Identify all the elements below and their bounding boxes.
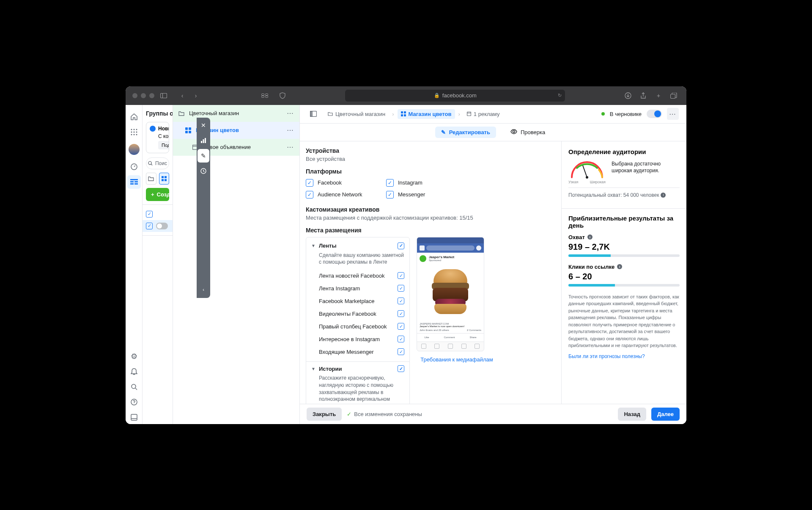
platform-facebook[interactable]: ✓Facebook: [306, 179, 378, 187]
chart-icon[interactable]: [197, 133, 210, 148]
placement-item[interactable]: Лента Instagram✓: [311, 282, 404, 295]
platform-messenger[interactable]: ✓Messenger: [386, 191, 458, 198]
toggle[interactable]: [156, 223, 168, 229]
placement-item[interactable]: Входящие Messenger✓: [311, 345, 404, 358]
tab-edit[interactable]: ✎ Редактировать: [435, 127, 496, 138]
svg-point-17: [136, 131, 137, 132]
svg-rect-3: [265, 94, 268, 95]
checkbox[interactable]: ✓: [386, 191, 394, 198]
checkbox[interactable]: ✓: [146, 211, 153, 218]
checkbox[interactable]: ✓: [398, 285, 404, 292]
tree-ad[interactable]: Новое объявление ⋯: [173, 139, 299, 156]
home-icon[interactable]: [127, 110, 141, 124]
more-icon[interactable]: ⋯: [667, 108, 679, 120]
breadcrumb-campaign[interactable]: Цветочный магазин: [324, 109, 389, 119]
info-icon[interactable]: i: [587, 234, 593, 240]
svg-rect-4: [261, 96, 264, 97]
tree-campaign[interactable]: Цветочный магазин ⋯: [173, 105, 299, 122]
gear-icon[interactable]: ⚙: [127, 350, 141, 363]
folder-icon[interactable]: [146, 173, 156, 185]
tabs-icon[interactable]: [668, 90, 680, 102]
platform-instagram[interactable]: ✓Instagram: [386, 179, 458, 187]
checkbox[interactable]: ✓: [398, 272, 404, 279]
placement-item[interactable]: Интересное в Instagram✓: [311, 333, 404, 345]
checkbox[interactable]: ✓: [146, 223, 153, 229]
next-button[interactable]: Далее: [651, 408, 680, 421]
tab-review[interactable]: Проверка: [505, 127, 551, 138]
ads-manager-icon[interactable]: [127, 175, 141, 189]
more-icon[interactable]: ⋯: [287, 126, 294, 134]
platform-audience-network[interactable]: ✓Audience Network: [306, 191, 378, 198]
save-status: ✓ Все изменения сохранены: [347, 411, 422, 417]
breadcrumb-adset[interactable]: Магазин цветов: [398, 109, 455, 119]
avatar[interactable]: [129, 144, 140, 155]
panel-icon[interactable]: [127, 411, 141, 424]
panel-toggle-icon[interactable]: [307, 108, 319, 120]
checkbox[interactable]: ✓: [398, 336, 404, 342]
info-icon[interactable]: i: [661, 193, 666, 198]
share-icon[interactable]: [637, 90, 649, 102]
more-icon[interactable]: ⋯: [287, 143, 294, 151]
gauge-icon[interactable]: [127, 160, 141, 174]
bell-icon[interactable]: [127, 365, 141, 378]
checkbox[interactable]: ✓: [398, 348, 404, 355]
browser-toolbar: ‹ › 🔒 facebook.com ↻ +: [126, 86, 686, 105]
breadcrumb-ad[interactable]: 1 рекламу: [464, 109, 503, 119]
search-input[interactable]: Поис: [146, 157, 169, 169]
collapse-icon[interactable]: ‹: [198, 284, 208, 295]
post-header: Jasper's Market Sponsored: [417, 253, 484, 265]
apps-icon[interactable]: [127, 125, 141, 139]
back-button[interactable]: Назад: [618, 408, 646, 421]
placement-item[interactable]: Правый столбец Facebook✓: [311, 320, 404, 333]
forward-button-icon[interactable]: ›: [190, 90, 202, 102]
more-icon[interactable]: ⋯: [287, 109, 294, 117]
table-row[interactable]: ✓: [143, 220, 173, 232]
close-window-icon[interactable]: [132, 93, 137, 98]
url-bar[interactable]: 🔒 facebook.com ↻: [345, 90, 565, 102]
placement-item[interactable]: Facebook Marketplace✓: [311, 295, 404, 307]
checkbox[interactable]: ✓: [398, 298, 404, 304]
create-button[interactable]: + Созда: [146, 188, 169, 201]
svg-rect-24: [134, 181, 138, 182]
checkbox[interactable]: ✓: [398, 243, 404, 249]
checkbox[interactable]: ✓: [398, 365, 404, 372]
publish-toggle[interactable]: [647, 110, 662, 118]
search-icon[interactable]: [127, 380, 141, 394]
group-header[interactable]: ▼ Ленты ✓: [311, 243, 404, 249]
grid-icon[interactable]: [159, 173, 170, 185]
help-icon[interactable]: [127, 395, 141, 409]
check-icon: ✓: [347, 411, 351, 417]
table-row[interactable]: ✓: [146, 208, 169, 220]
customization-sub: Места размещения с поддержкой кастомизац…: [306, 215, 559, 221]
maximize-window-icon[interactable]: [149, 93, 154, 98]
download-icon[interactable]: [622, 90, 634, 102]
history-icon[interactable]: [197, 163, 210, 179]
reload-icon[interactable]: ↻: [558, 93, 562, 98]
back-button-icon[interactable]: ‹: [176, 90, 188, 102]
feedback-link[interactable]: Были ли эти прогнозы полезны?: [568, 353, 680, 359]
tree-adset[interactable]: Магазин цветов ⋯: [173, 122, 299, 139]
browser-right-buttons: +: [622, 90, 680, 102]
checkbox[interactable]: ✓: [306, 179, 313, 187]
shield-icon[interactable]: [277, 90, 288, 102]
new-tab-icon[interactable]: +: [653, 90, 664, 102]
placement-item[interactable]: Лента новостей Facebook✓: [311, 269, 404, 282]
svg-rect-25: [130, 183, 134, 185]
close-panel-icon[interactable]: ✕: [197, 118, 210, 133]
minimize-window-icon[interactable]: [141, 93, 146, 98]
checkbox[interactable]: ✓: [386, 179, 394, 187]
checkbox[interactable]: ✓: [398, 323, 404, 330]
svg-rect-44: [401, 111, 403, 113]
campaign-card[interactable]: Новый С конц Под: [146, 122, 169, 153]
media-requirements-link[interactable]: Требования к медиафайлам: [417, 356, 497, 363]
checkbox[interactable]: ✓: [306, 191, 313, 198]
edit-icon[interactable]: ✎: [198, 149, 209, 163]
sidebar-toggle-icon[interactable]: [158, 90, 170, 102]
close-button[interactable]: Закрыть: [307, 408, 342, 421]
info-icon[interactable]: i: [617, 264, 622, 269]
url-text: facebook.com: [442, 92, 477, 99]
placement-item[interactable]: Видеоленты Facebook✓: [311, 307, 404, 320]
group-header[interactable]: ▼ Истории ✓: [311, 365, 404, 372]
reader-icon[interactable]: [259, 90, 271, 102]
checkbox[interactable]: ✓: [398, 310, 404, 317]
